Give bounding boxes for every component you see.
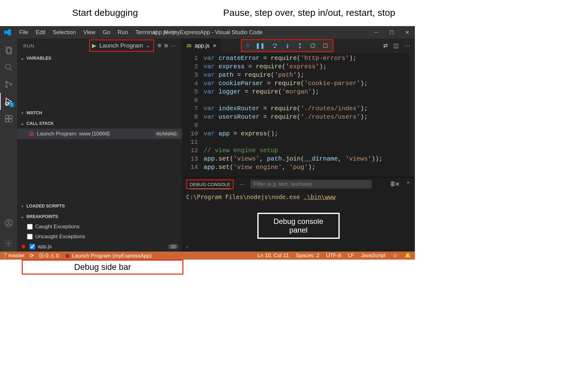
- line-number[interactable]: 14: [182, 163, 198, 171]
- stop-icon[interactable]: [323, 43, 328, 48]
- debug-console-output[interactable]: C:\Program Files\nodejs\node.exe .\bin\w…: [182, 191, 415, 242]
- console-link[interactable]: .\bin\www: [304, 193, 336, 200]
- menu-go[interactable]: Go: [99, 29, 114, 36]
- close-button[interactable]: ✕: [399, 30, 415, 35]
- menu-run[interactable]: Run: [114, 29, 132, 36]
- cursor-position[interactable]: Ln 10, Col 11: [258, 252, 289, 259]
- extensions-icon[interactable]: [0, 110, 17, 127]
- annotation-debug-sidebar: Debug side bar: [22, 260, 183, 275]
- debug-console-icon[interactable]: ⧉: [164, 43, 168, 48]
- line-number[interactable]: 8: [182, 113, 198, 121]
- breakpoint-file[interactable]: app.js10: [17, 242, 182, 252]
- encoding[interactable]: UTF-8: [326, 252, 341, 259]
- code-editor[interactable]: 1234567891011121314 var createError = re…: [182, 53, 415, 177]
- run-debug-icon[interactable]: 1: [0, 93, 17, 110]
- step-over-icon[interactable]: [272, 43, 278, 49]
- breakpoint-dot-icon: [21, 245, 25, 248]
- line-number[interactable]: 12: [182, 146, 198, 155]
- line-number[interactable]: 1: [182, 54, 198, 62]
- svg-point-21: [287, 47, 288, 48]
- status-bar: ᛘ master ⟳ ⓧ 0 ⚠ 0 🐞 Launch Program (myE…: [0, 252, 415, 260]
- breakpoint-caught[interactable]: Caught Exceptions: [17, 222, 182, 232]
- launch-config-selector[interactable]: ▶ Launch Program ⌄: [89, 39, 154, 52]
- line-number[interactable]: 6: [182, 96, 198, 104]
- svg-point-19: [274, 47, 275, 48]
- vscode-window: FileEditSelectionViewGoRunTerminalHelp a…: [0, 26, 415, 260]
- line-number[interactable]: 3: [182, 71, 198, 79]
- line-number[interactable]: 2: [182, 62, 198, 71]
- svg-point-2: [5, 64, 10, 69]
- branch-indicator[interactable]: ᛘ master: [4, 252, 25, 259]
- search-icon[interactable]: [0, 59, 17, 76]
- compare-icon[interactable]: ⇄: [383, 42, 388, 49]
- editor-region: JS app.js ✕ ⠿ ❚❚ ⇄ ◫ ⋯: [182, 39, 415, 252]
- problems-indicator[interactable]: ⓧ 0 ⚠ 0: [39, 252, 59, 259]
- code-content[interactable]: var createError = require('http-errors')…: [204, 53, 409, 177]
- source-control-icon[interactable]: [0, 76, 17, 93]
- step-out-icon[interactable]: [297, 43, 303, 49]
- breakpoint-uncaught[interactable]: Uncaught Exceptions: [17, 232, 182, 242]
- line-number[interactable]: 11: [182, 138, 198, 146]
- step-into-icon[interactable]: [285, 43, 290, 49]
- explorer-icon[interactable]: [0, 42, 17, 59]
- svg-point-5: [6, 86, 7, 88]
- clear-console-icon[interactable]: ≣✕: [390, 181, 400, 188]
- start-debug-icon[interactable]: ▶: [92, 42, 96, 49]
- line-number[interactable]: 9: [182, 121, 198, 130]
- line-number[interactable]: 4: [182, 79, 198, 88]
- accounts-icon[interactable]: [0, 214, 17, 231]
- split-editor-icon[interactable]: ◫: [393, 42, 399, 49]
- panel-more-icon[interactable]: ⋯: [239, 181, 245, 188]
- debug-toolbar[interactable]: ⠿ ❚❚: [241, 39, 333, 52]
- svg-point-18: [7, 242, 10, 244]
- variables-section-header[interactable]: ⌄VARIABLES: [17, 53, 182, 63]
- sync-icon[interactable]: ⟳: [30, 252, 34, 259]
- language-mode[interactable]: JavaScript: [361, 252, 385, 259]
- drag-grip-icon[interactable]: ⠿: [246, 43, 249, 48]
- maximize-button[interactable]: ☐: [384, 30, 399, 35]
- debug-badge: 1: [9, 102, 15, 107]
- more-icon[interactable]: ⋯: [171, 43, 176, 48]
- indentation[interactable]: Spaces: 2: [296, 252, 319, 259]
- eol[interactable]: LF: [348, 252, 354, 259]
- editor-tab-bar: JS app.js ✕ ⠿ ❚❚ ⇄ ◫ ⋯: [182, 39, 415, 53]
- line-number[interactable]: 7: [182, 104, 198, 113]
- sidebar-title: RUN: [23, 43, 34, 48]
- call-stack-status: RUNNING: [155, 131, 179, 137]
- svg-rect-24: [324, 44, 327, 48]
- breakpoints-header[interactable]: ⌄BREAKPOINTS: [17, 211, 182, 222]
- chevron-down-icon[interactable]: ⌄: [146, 43, 150, 48]
- watch-section-header[interactable]: ›WATCH: [17, 107, 182, 118]
- debug-status[interactable]: 🐞 Launch Program (myExpressApp): [64, 252, 152, 259]
- more-actions-icon[interactable]: ⋯: [404, 42, 410, 49]
- pause-icon[interactable]: ❚❚: [255, 42, 265, 49]
- minimap[interactable]: [409, 53, 415, 177]
- tab-label: app.js: [195, 43, 209, 49]
- svg-rect-12: [5, 115, 8, 118]
- menu-view[interactable]: View: [80, 29, 99, 36]
- repl-chevron-icon[interactable]: ›: [186, 244, 188, 250]
- menu-selection[interactable]: Selection: [49, 29, 80, 36]
- settings-gear-icon[interactable]: [0, 234, 17, 252]
- call-stack-section-header[interactable]: ⌄CALL STACK: [17, 118, 182, 129]
- debug-console-tab[interactable]: DEBUG CONSOLE: [186, 180, 234, 189]
- editor-tab-appjs[interactable]: JS app.js ✕: [182, 39, 221, 53]
- line-number[interactable]: 13: [182, 155, 198, 163]
- minimize-button[interactable]: ─: [368, 30, 384, 35]
- collapse-panel-icon[interactable]: ⌃: [406, 181, 411, 188]
- line-number[interactable]: 5: [182, 88, 198, 96]
- vscode-logo-icon: [0, 29, 16, 36]
- close-tab-icon[interactable]: ✕: [213, 43, 217, 49]
- launch-config-label: Launch Program: [99, 42, 143, 49]
- line-number[interactable]: 10: [182, 130, 198, 138]
- menu-file[interactable]: File: [16, 29, 32, 36]
- loaded-scripts-header[interactable]: ›LOADED SCRIPTS: [17, 201, 182, 211]
- call-stack-item[interactable]: 🐞 Launch Program: www [10868] RUNNING: [17, 129, 182, 139]
- menu-edit[interactable]: Edit: [32, 29, 49, 36]
- filter-input[interactable]: Filter (e.g. text, !exclude): [250, 180, 372, 189]
- gear-icon[interactable]: ⚙: [157, 43, 161, 48]
- restart-icon[interactable]: [310, 43, 316, 49]
- annotation-debug-console-panel: Debug console panel: [257, 213, 340, 239]
- feedback-icon[interactable]: ☺: [393, 252, 398, 259]
- notifications-icon[interactable]: 🔔: [405, 252, 411, 259]
